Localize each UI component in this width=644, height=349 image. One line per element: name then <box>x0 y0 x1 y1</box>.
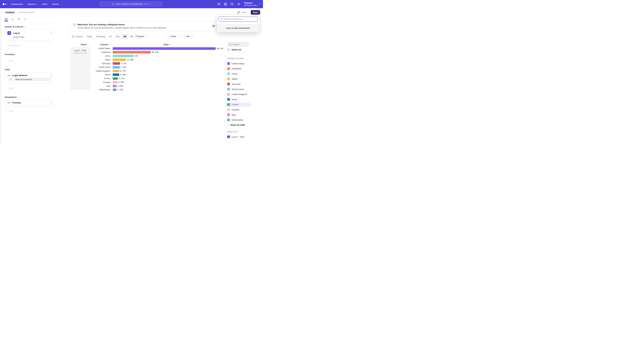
tab-retention[interactable] <box>23 18 26 21</box>
event-checkbox[interactable] <box>227 135 230 138</box>
chart-type-button[interactable]: Bar <box>182 34 194 38</box>
bar-segment[interactable] <box>113 47 216 50</box>
bar-segment[interactable] <box>113 62 120 65</box>
event-series-card[interactable]: Log In - Total Overall276.5K <box>70 47 90 90</box>
bar-segment[interactable] <box>113 88 116 91</box>
country-filter-row[interactable]: United Kingdom <box>226 92 250 96</box>
chart-row: Brazil6,589 <box>90 73 223 77</box>
compare-button[interactable]: Compare <box>134 34 147 38</box>
country-filter-row[interactable]: Netherlands <box>226 118 250 122</box>
bar-segment[interactable] <box>113 81 118 83</box>
scale-selector-button[interactable]: Linear <box>166 34 180 38</box>
events-cohorts-heading[interactable]: Events & Cohorts <box>5 25 54 28</box>
country-filter-row[interactable]: China <box>226 72 250 76</box>
country-checkbox[interactable] <box>227 103 230 106</box>
country-checkbox[interactable] <box>227 67 230 70</box>
metric-aggregation[interactable]: Count Total <box>5 35 53 40</box>
country-filter-row[interactable]: South Korea <box>226 87 250 91</box>
bar-segment[interactable] <box>113 51 151 53</box>
add-filter-button[interactable]: + Add <box>5 85 54 91</box>
country-filter-row[interactable]: Italy <box>226 113 250 117</box>
kebab-menu-icon[interactable] <box>51 102 51 104</box>
country-checkbox[interactable] <box>227 93 230 96</box>
save-to-new-dashboard-button[interactable]: Save to New Dashboard <box>217 24 259 32</box>
global-search-button[interactable]: Open Reports & Dashboards ⌘ + K <box>100 1 162 6</box>
column-header-event[interactable]: Event <box>81 43 88 46</box>
country-checkbox[interactable] <box>227 83 230 85</box>
chart-row: South Korea7,267 <box>90 65 223 69</box>
country-checkbox[interactable] <box>227 72 230 75</box>
country-filter-row[interactable]: Japan <box>226 77 250 81</box>
add-metric-button[interactable]: + Add Metric <box>5 42 54 49</box>
tab-flows[interactable] <box>17 18 20 21</box>
country-checkbox[interactable] <box>227 62 230 65</box>
country-checkbox[interactable] <box>227 88 230 90</box>
apps-grid-icon[interactable] <box>224 3 227 6</box>
filter-card[interactable]: Aa Login Method = Manual Password <box>5 72 54 83</box>
bar-segment[interactable] <box>113 66 120 68</box>
tab-funnels[interactable] <box>11 18 14 21</box>
country-filter-row[interactable]: Germany <box>226 82 250 86</box>
bar-segment[interactable] <box>113 70 120 72</box>
breakdown-card[interactable]: Aa Country <box>5 100 54 106</box>
filter-property-name[interactable]: Login Method <box>12 74 27 77</box>
nav-item-events[interactable]: Events <box>52 3 59 5</box>
country-checkbox[interactable] <box>227 108 230 111</box>
date-range-today[interactable]: Today <box>85 34 94 38</box>
country-checkbox[interactable] <box>227 119 230 121</box>
date-range-30d[interactable]: 30D <box>114 34 122 38</box>
add-breakdown-button[interactable]: + Add <box>5 108 54 114</box>
country-filter-row[interactable]: Canada <box>226 107 250 112</box>
add-description-button[interactable]: + Add description... <box>18 11 36 13</box>
date-range-3m[interactable]: 3M <box>122 34 128 38</box>
column-header-value[interactable]: Value <box>163 43 170 46</box>
tab-insights[interactable] <box>4 18 8 21</box>
project-switcher[interactable]: Finance All Project Data <box>244 2 260 6</box>
country-filter-row[interactable]: Brazil <box>226 97 250 102</box>
data-management-icon[interactable] <box>217 2 220 6</box>
country-checkbox[interactable] <box>227 98 230 101</box>
kebab-menu-icon[interactable] <box>51 32 51 34</box>
add-formula-button[interactable]: + Add <box>5 57 54 64</box>
country-checkbox[interactable] <box>227 78 230 80</box>
save-button[interactable]: Save <box>251 10 260 14</box>
country-filter-row[interactable]: United States <box>226 61 250 66</box>
bar-segment[interactable] <box>113 73 119 76</box>
copy-link-icon[interactable] <box>237 11 240 14</box>
metric-event-name[interactable]: Log In <box>13 32 20 34</box>
save-dashboard-search-input[interactable]: Save to dashboard... <box>218 16 258 22</box>
column-header-country[interactable]: Country <box>100 43 110 46</box>
event-filter-row[interactable]: Log In - Total <box>226 135 250 139</box>
nav-item-reports[interactable]: Reports <box>28 3 37 5</box>
date-range-7d[interactable]: 7D <box>107 34 114 38</box>
chevron-down-icon <box>259 3 260 5</box>
report-title[interactable]: Untitled <box>5 11 14 14</box>
country-filter-row[interactable]: France <box>226 102 250 107</box>
show-all-button[interactable]: Show all (184) <box>227 123 245 127</box>
nav-item-dashboards[interactable]: Dashboards <box>11 3 23 5</box>
nav-item-users[interactable]: Users <box>42 3 48 5</box>
country-checkbox[interactable] <box>227 113 230 116</box>
text-caret <box>224 18 224 20</box>
more-options-icon[interactable] <box>243 12 246 12</box>
settings-gear-icon[interactable] <box>237 2 240 6</box>
top-nav: DashboardsReportsUsersEvents Open Report… <box>0 0 263 8</box>
kebab-menu-icon[interactable] <box>51 75 51 77</box>
metric-card[interactable]: A Log In Count Total <box>5 29 54 40</box>
date-range-custom[interactable]: Custom <box>70 34 85 38</box>
bar-segment[interactable] <box>113 58 126 61</box>
report-type-tabs <box>0 16 57 23</box>
breakdown-property-name[interactable]: Country <box>12 101 21 104</box>
help-icon[interactable]: ? <box>230 2 234 6</box>
filter-value[interactable]: Manual Password <box>14 78 51 81</box>
bar-segment[interactable] <box>113 77 118 80</box>
select-all-checkbox[interactable] <box>227 48 230 51</box>
country-filter-row[interactable]: undefined <box>226 66 250 71</box>
select-all-row[interactable]: Select all <box>227 47 241 52</box>
mixpanel-logo[interactable] <box>3 3 7 5</box>
date-range-yesterday[interactable]: Yesterday <box>94 34 107 38</box>
bar-segment[interactable] <box>113 55 134 57</box>
legend-search-input[interactable]: Search <box>227 42 249 47</box>
bar-segment[interactable] <box>113 85 116 87</box>
filter-operator[interactable]: = <box>8 78 13 81</box>
